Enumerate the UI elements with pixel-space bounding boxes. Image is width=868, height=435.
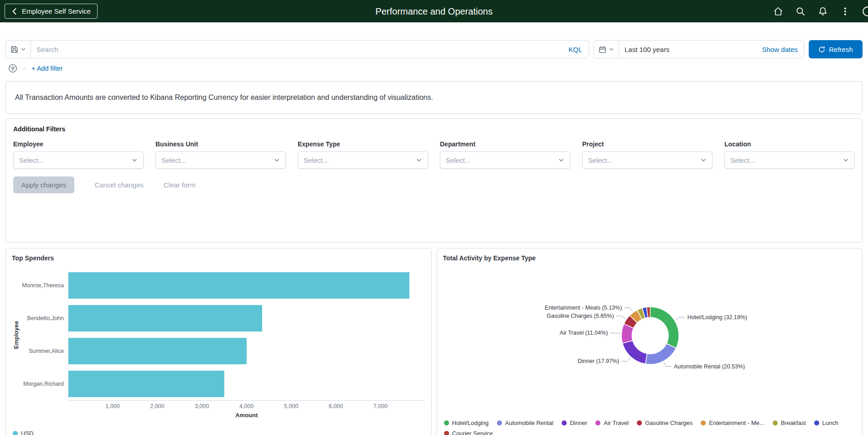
select-placeholder: Select... <box>304 156 328 164</box>
bar-bendetto-john[interactable] <box>68 305 262 331</box>
legend-label: USD <box>21 430 33 435</box>
legend-item-entertainment-me[interactable]: Entertainment - Me... <box>701 419 764 426</box>
date-range-value[interactable]: Last 100 years <box>619 46 756 53</box>
legend-dot <box>13 431 18 435</box>
legend-item-dinner[interactable]: Dinner <box>562 419 587 426</box>
bell-icon <box>818 6 828 16</box>
kql-toggle[interactable]: KQL <box>562 46 589 53</box>
legend-label: Lunch <box>822 419 838 426</box>
chevron-down-icon <box>416 157 422 163</box>
expense-type-select[interactable]: Select... <box>298 151 428 169</box>
date-quick-select-button[interactable] <box>594 41 619 58</box>
back-button-label: Employee Self Service <box>22 7 91 15</box>
bar-y-axis-title: Employee <box>12 269 21 401</box>
date-picker-group: Last 100 years Show dates <box>594 40 804 58</box>
select-placeholder: Select... <box>19 156 44 164</box>
bar-category-label: Morgan,Richard <box>21 368 68 400</box>
home-icon <box>773 6 783 16</box>
department-select[interactable]: Select... <box>440 151 570 169</box>
bar-category-label: Summer,Alice <box>21 335 68 368</box>
legend-dot <box>595 420 600 425</box>
chevron-down-icon <box>700 157 707 163</box>
legend-dot <box>773 420 778 425</box>
refresh-button[interactable]: Refresh <box>809 40 863 58</box>
legend-item-gasoline-charges[interactable]: Gasoline Charges <box>637 419 692 426</box>
legend-item-hotel-lodging[interactable]: Hotel/Lodging <box>444 419 489 426</box>
top-spenders-title: Top Spenders <box>12 254 425 262</box>
filter-circle-icon <box>8 64 17 73</box>
legend-label: Dinner <box>570 419 587 426</box>
x-tick-label: 3,000 <box>195 403 209 409</box>
field-label: Employee <box>13 140 144 148</box>
donut-label: Hotel/Lodging (32.19%) <box>687 314 747 321</box>
filter-field-location: LocationSelect... <box>724 140 855 169</box>
chevron-down-icon <box>274 157 280 163</box>
currency-notice-text: All Transaction Amounts are converted to… <box>15 93 433 101</box>
filter-divider <box>22 68 27 69</box>
legend-dot <box>562 420 567 425</box>
legend-dot <box>701 420 706 425</box>
field-label: Expense Type <box>298 140 428 148</box>
filter-fields: EmployeeSelect...Business UnitSelect...E… <box>13 140 855 169</box>
additional-filters-title: Additional Filters <box>13 125 855 133</box>
more-actions-button[interactable] <box>834 0 856 22</box>
donut-legend: Hotel/LodgingAutomobile RentalDinnerAir … <box>443 417 857 435</box>
chevron-left-icon <box>11 8 17 15</box>
clear-form-button[interactable]: Clear form <box>164 181 196 189</box>
legend-dot <box>814 420 819 425</box>
legend-label: Courier Service <box>452 430 493 435</box>
search-button[interactable] <box>789 0 811 22</box>
donut-label-line <box>624 308 633 312</box>
search-icon <box>796 6 806 16</box>
cancel-changes-button[interactable]: Cancel changes <box>94 181 144 189</box>
legend-item-automobile-rental[interactable]: Automobile Rental <box>497 419 553 426</box>
filter-actions: Apply changes Cancel changes Clear form <box>13 176 855 193</box>
legend-item-usd[interactable]: USD <box>13 430 33 435</box>
calendar-icon <box>599 46 606 53</box>
select-placeholder: Select... <box>161 156 186 164</box>
add-filter-button[interactable]: + Add filter <box>31 65 63 72</box>
additional-filters-panel: Additional Filters EmployeeSelect...Busi… <box>5 119 863 243</box>
save-icon <box>10 46 18 53</box>
notifications-button[interactable] <box>811 0 834 22</box>
chevron-down-icon <box>842 157 849 163</box>
project-select[interactable]: Select... <box>582 151 713 169</box>
bar-summer-alice[interactable] <box>68 338 247 364</box>
donut-slice-dinner[interactable] <box>622 341 647 364</box>
top-spenders-panel: Top Spenders Employee Monroe,TheresaBend… <box>5 248 432 435</box>
business-unit-select[interactable]: Select... <box>155 151 286 169</box>
saved-query-menu-button[interactable] <box>6 41 31 58</box>
brand-logo-button[interactable] <box>856 0 868 22</box>
legend-item-courier-service[interactable]: Courier Service <box>444 430 493 435</box>
chevron-down-icon <box>131 157 138 163</box>
location-select[interactable]: Select... <box>724 151 855 169</box>
apply-changes-button[interactable]: Apply changes <box>13 176 74 193</box>
page-title: Performance and Operations <box>376 6 493 16</box>
donut-slice-automobile-rental[interactable] <box>645 344 676 365</box>
bar-category-label: Monroe,Theresa <box>21 269 68 302</box>
employee-select[interactable]: Select... <box>13 151 144 169</box>
legend-item-lunch[interactable]: Lunch <box>814 419 838 426</box>
search-input[interactable] <box>31 46 562 53</box>
donut-slice-hotel-lodging[interactable] <box>650 307 679 348</box>
bar-legend: USD <box>12 427 425 435</box>
back-button[interactable]: Employee Self Service <box>5 4 98 19</box>
bar-morgan-richard[interactable] <box>68 371 224 397</box>
bar-row <box>68 335 425 368</box>
donut-label-line <box>621 357 630 361</box>
bar-monroe-theresa[interactable] <box>68 272 409 299</box>
legend-item-breakfast[interactable]: Breakfast <box>773 419 806 426</box>
filter-bar: + Add filter <box>5 63 863 74</box>
show-dates-button[interactable]: Show dates <box>756 46 804 53</box>
field-label: Business Unit <box>155 140 286 148</box>
legend-label: Hotel/Lodging <box>452 419 489 426</box>
legend-label: Gasoline Charges <box>645 419 692 426</box>
donut-label-line <box>610 333 620 333</box>
legend-dot <box>497 420 502 425</box>
filter-set-button[interactable] <box>8 63 18 73</box>
query-bar: KQL Last 100 years Show dates Refresh <box>5 40 863 58</box>
donut-svg: Hotel/Lodging (32.19%)Automobile Rental … <box>443 263 857 404</box>
donut-label-line <box>616 316 625 319</box>
legend-item-air-travel[interactable]: Air Travel <box>595 419 629 426</box>
home-button[interactable] <box>767 0 789 22</box>
